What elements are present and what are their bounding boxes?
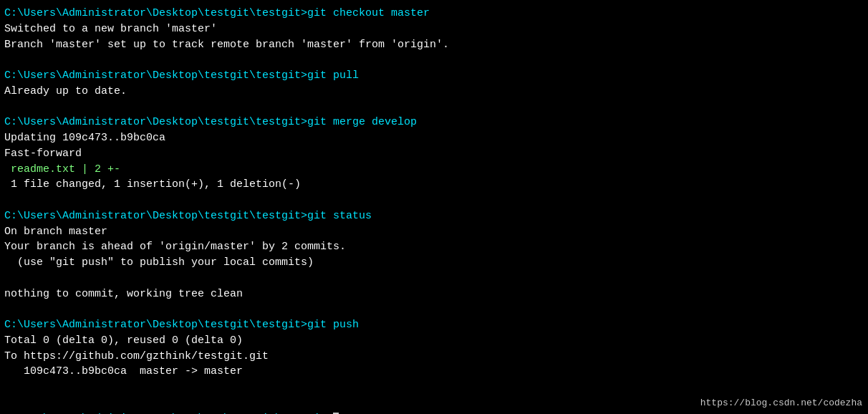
- terminal-line: nothing to commit, working tree clean: [4, 287, 864, 302]
- terminal-line: Already up to date.: [4, 84, 864, 100]
- terminal-line: C:\Users\Administrator\Desktop\testgit\t…: [4, 208, 864, 224]
- terminal-line: To https://github.com/gzthink/testgit.gi…: [4, 349, 864, 365]
- terminal-blank: [4, 52, 864, 68]
- terminal-line: On branch master: [4, 224, 864, 240]
- terminal-line: Switched to a new branch 'master': [4, 21, 864, 37]
- terminal-line: Fast-forward: [4, 146, 864, 162]
- terminal-line: Updating 109c473..b9bc0ca: [4, 130, 864, 146]
- terminal-blank: [4, 271, 864, 287]
- terminal-line: C:\Users\Administrator\Desktop\testgit\t…: [4, 115, 864, 130]
- terminal-blank: [4, 380, 864, 395]
- terminal-blank: [4, 302, 864, 317]
- terminal-line: Branch 'master' set up to track remote b…: [4, 37, 864, 53]
- terminal-blank: [4, 193, 864, 208]
- terminal-line: C:\Users\Administrator\Desktop\testgit\t…: [4, 6, 864, 21]
- terminal-line: Your branch is ahead of 'origin/master' …: [4, 239, 864, 255]
- terminal-window: C:\Users\Administrator\Desktop\testgit\t…: [0, 0, 868, 414]
- terminal-line: (use "git push" to publish your local co…: [4, 255, 864, 271]
- terminal-line: C:\Users\Administrator\Desktop\testgit\t…: [4, 68, 864, 84]
- terminal-line: C:\Users\Administrator\Desktop\testgit\t…: [4, 317, 864, 333]
- watermark: https://blog.csdn.net/codezha: [700, 398, 862, 408]
- terminal-line: 1 file changed, 1 insertion(+), 1 deleti…: [4, 177, 864, 193]
- terminal-blank: [4, 100, 864, 115]
- terminal-line: Total 0 (delta 0), reused 0 (delta 0): [4, 333, 864, 349]
- terminal-line: readme.txt | 2 +-: [4, 162, 864, 178]
- terminal-line: 109c473..b9bc0ca master -> master: [4, 364, 864, 380]
